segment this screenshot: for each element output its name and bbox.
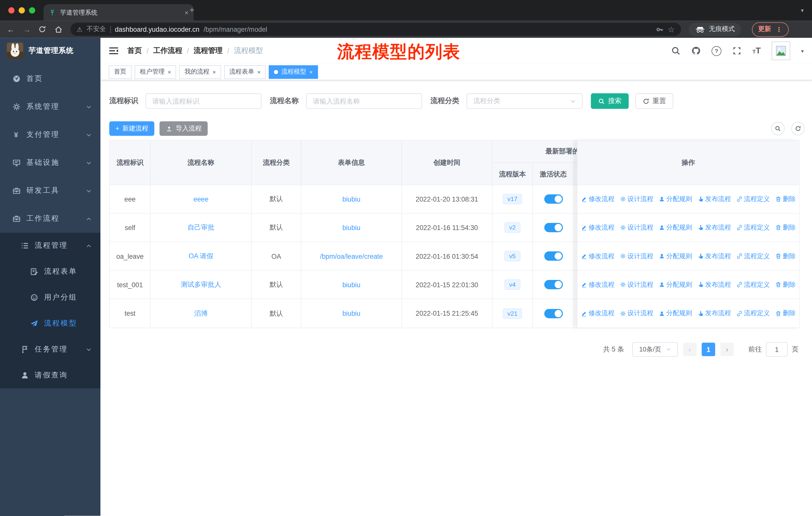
breadcrumb-item[interactable]: 首页 [127,46,142,55]
tab-close-icon[interactable]: × [184,8,188,17]
action-linkclip[interactable]: 流程定义 [736,223,770,232]
action-publish[interactable]: 发布流程 [697,252,731,261]
action-linkclip[interactable]: 流程定义 [736,280,770,289]
action-pen[interactable]: 修改流程 [581,280,614,289]
close-icon[interactable]: × [257,69,261,75]
process-name-link[interactable]: OA 请假 [188,251,213,261]
action-pen[interactable]: 修改流程 [581,195,614,203]
sidebar-item-gear[interactable]: 系统管理 [0,93,100,121]
browser-update-button[interactable]: 更新 ⋮ [752,22,788,36]
search-button[interactable]: 搜索 [591,93,629,109]
sidebar-item-people[interactable]: 用户分组 [0,285,100,311]
action-assign[interactable]: 分配规则 [659,223,692,232]
action-gearline[interactable]: 设计流程 [620,252,654,261]
user-avatar[interactable] [772,42,790,60]
new-tab-button[interactable]: + [190,6,194,15]
reload-button[interactable] [38,25,48,33]
fullscreen-icon[interactable] [732,46,742,55]
action-publish[interactable]: 发布流程 [697,195,731,203]
action-publish[interactable]: 发布流程 [697,309,731,318]
security-label[interactable]: 不安全 [87,25,106,34]
process-name-link[interactable]: eeee [194,195,209,203]
bookmark-star-icon[interactable]: ☆ [668,25,675,34]
action-linkclip[interactable]: 流程定义 [736,309,770,318]
refresh-table-button[interactable] [791,122,805,135]
form-info-link[interactable]: biubiu [342,281,360,289]
sidebar-item-yen[interactable]: ¥ 支付管理 [0,121,100,148]
active-toggle[interactable] [544,223,562,232]
prev-page-button[interactable]: ‹ [683,343,696,356]
next-page-button[interactable]: › [720,343,734,356]
page-tab[interactable]: 我的流程 × [179,65,221,78]
github-icon[interactable] [691,46,701,55]
page-tab[interactable]: 流程表单 × [224,65,266,78]
process-name-link[interactable]: 滔博 [194,309,208,318]
filter-input-key[interactable] [145,93,262,109]
current-page[interactable]: 1 [702,343,715,356]
action-trash[interactable]: 删除 [775,252,795,261]
maximize-window-button[interactable] [29,7,35,13]
action-pen[interactable]: 修改流程 [581,223,614,232]
action-trash[interactable]: 删除 [775,309,795,318]
avatar-caret-icon[interactable]: ▾ [801,48,804,54]
action-publish[interactable]: 发布流程 [697,223,731,232]
action-assign[interactable]: 分配规则 [659,309,692,318]
action-gearline[interactable]: 设计流程 [620,223,654,232]
help-icon[interactable]: ? [712,46,721,56]
sidebar-item-briefcase[interactable]: 工作流程 [0,205,100,233]
close-icon[interactable]: × [212,69,216,75]
page-size-select[interactable]: 10条/页 [632,342,678,357]
sidebar-item-plane[interactable]: 流程模型 [0,310,100,336]
action-assign[interactable]: 分配规则 [659,252,692,261]
form-info-link[interactable]: biubiu [342,309,360,317]
tab-search-caret-icon[interactable]: ▾ [801,7,804,14]
active-toggle[interactable] [544,280,562,289]
action-pen[interactable]: 修改流程 [581,309,614,318]
process-name-link[interactable]: 自己审批 [187,223,214,232]
back-button[interactable]: ← [6,25,16,34]
reset-button[interactable]: 重置 [635,93,673,109]
action-linkclip[interactable]: 流程定义 [736,195,770,203]
form-info-link[interactable]: /bpm/oa/leave/create [320,252,383,260]
active-toggle[interactable] [544,309,562,318]
action-trash[interactable]: 删除 [775,280,795,289]
font-size-icon[interactable]: TT [753,46,761,55]
goto-page-input[interactable] [766,342,788,357]
sidebar-item-tasks[interactable]: 任务管理 [0,336,100,362]
sidebar-item-monitor[interactable]: 基础设施 [0,148,100,176]
filter-select-category[interactable]: 流程分类 [467,93,583,109]
browser-menu-dots-icon[interactable]: ⋮ [776,25,782,33]
password-key-icon[interactable] [656,25,664,33]
action-gearline[interactable]: 设计流程 [620,309,654,318]
sidebar-item-dashboard[interactable]: 首页 [0,65,100,93]
address-bar[interactable]: ⚠ 不安全 dashboard.yudao.iocoder.cn/bpm/man… [70,23,681,36]
import-process-button[interactable]: 导入流程 [160,121,208,136]
action-assign[interactable]: 分配规则 [659,280,692,289]
page-tab[interactable]: 租户管理 × [135,65,176,78]
browser-tab[interactable]: 芋道管理系统 × [44,4,194,21]
page-tab[interactable]: 首页 × [109,65,132,78]
sidebar-collapse-icon[interactable] [109,47,119,55]
minimize-window-button[interactable] [19,7,25,13]
create-process-button[interactable]: + 新建流程 [109,121,154,136]
sidebar-item-briefcase[interactable]: 研发工具 [0,177,100,205]
action-gearline[interactable]: 设计流程 [620,195,654,203]
filter-input-name[interactable] [306,93,422,109]
form-info-link[interactable]: biubiu [342,224,360,232]
breadcrumb-item[interactable]: 工作流程 [153,46,182,55]
page-tab[interactable]: 流程模型 × [269,65,318,78]
breadcrumb-item[interactable]: 流程管理 [194,46,223,55]
close-window-button[interactable] [8,7,14,13]
sidebar-item-form[interactable]: 流程表单 [0,259,100,285]
search-icon[interactable] [671,46,680,55]
action-pen[interactable]: 修改流程 [581,252,614,261]
home-button[interactable] [54,25,64,33]
action-gearline[interactable]: 设计流程 [620,280,654,289]
action-trash[interactable]: 删除 [775,223,795,232]
sidebar-item-list[interactable]: 流程管理 [0,233,100,259]
action-trash[interactable]: 删除 [775,195,795,203]
form-info-link[interactable]: biubiu [342,195,360,203]
active-toggle[interactable] [544,251,562,261]
action-publish[interactable]: 发布流程 [697,280,731,289]
active-toggle[interactable] [544,194,562,204]
